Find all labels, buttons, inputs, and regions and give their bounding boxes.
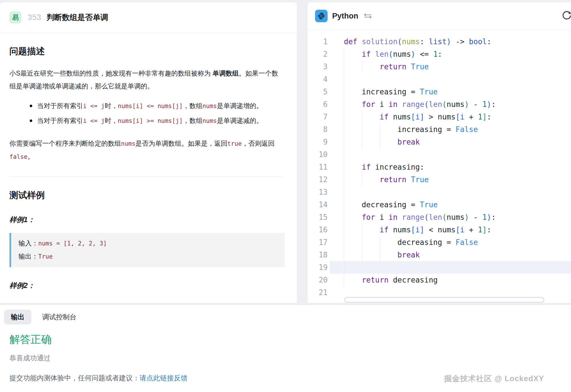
inline-code: nums[i] <= nums[j] <box>118 103 183 109</box>
refresh-code-icon[interactable] <box>561 10 571 22</box>
code-line[interactable]: 13 <box>308 186 571 198</box>
text-run: 是单调递增的。 <box>217 102 263 109</box>
line-number: 11 <box>308 163 328 171</box>
sample2-label: 样例2： <box>9 281 285 290</box>
line-number: 3 <box>308 62 328 71</box>
code-line[interactable]: 12 return True <box>308 173 571 186</box>
code-token <box>406 175 411 184</box>
text-run: 输出： <box>19 253 38 260</box>
code-token: ) <box>465 213 469 222</box>
code-token: : <box>420 37 429 46</box>
question-number: 353 <box>28 13 41 22</box>
tab-debug-console[interactable]: 调试控制台 <box>35 310 83 324</box>
code-token: increasing: <box>371 163 424 171</box>
code-token: len <box>429 100 442 109</box>
code-line[interactable]: 4 <box>308 73 571 86</box>
code-line-text: break <box>344 138 420 146</box>
text-run: ，否则返回 <box>242 140 275 147</box>
language-selector[interactable]: Python <box>332 12 358 21</box>
code-token: if <box>362 50 371 58</box>
output-panel: 输出 调试控制台 解答正确 恭喜成功通过 提交功能内测体验中，任何问题或者建议：… <box>0 305 571 392</box>
code-line[interactable]: 2 if len(nums) <= 1: <box>308 48 571 60</box>
code-line[interactable]: 6 for i in range(len(nums) - 1): <box>308 98 571 111</box>
code-token: return <box>362 276 389 284</box>
code-token: > nums <box>424 113 456 121</box>
watermark: 掘金技术社区 @ LockedXY <box>444 373 544 384</box>
code-line[interactable]: 18 break <box>308 249 571 261</box>
code-token: ] <box>482 113 487 121</box>
result-subtitle: 恭喜成功通过 <box>9 354 571 363</box>
code-token: : <box>491 213 496 222</box>
text-run: ，数组 <box>183 102 202 109</box>
code-line-text: decreasing = True <box>344 200 438 209</box>
code-token <box>344 138 398 146</box>
code-line-text: break <box>344 251 420 259</box>
code-line[interactable]: 14 decreasing = True <box>308 198 571 211</box>
code-token: ( <box>389 50 393 58</box>
code-token: <= <box>415 50 433 58</box>
code-token <box>344 276 362 284</box>
horizontal-scrollbar[interactable] <box>344 297 544 302</box>
code-line[interactable]: 10 <box>308 148 571 161</box>
code-line-text: return True <box>344 175 429 184</box>
code-token: nums <box>447 213 465 222</box>
text-run: 小S最近在研究一些数组的性质，她发现有一种非常有趣的数组被称为 <box>9 70 213 77</box>
code-token: ] <box>482 226 487 234</box>
problem-header: 易 353 判断数组是否单调 <box>0 2 297 33</box>
difficulty-badge: 易 <box>9 11 21 23</box>
code-line[interactable]: 3 return True <box>308 60 571 73</box>
code-token: : <box>487 226 491 234</box>
code-token: increasing = <box>344 125 455 134</box>
line-number: 20 <box>308 276 328 284</box>
inline-code: i <= j <box>83 103 105 109</box>
feedback-link[interactable]: 请点此链接反馈 <box>140 374 187 382</box>
line-number: 17 <box>308 238 328 247</box>
inline-code: i <= j <box>83 117 105 124</box>
code-line[interactable]: 19 <box>308 261 571 274</box>
code-line[interactable]: 8 increasing = False <box>308 123 571 136</box>
code-line-text: increasing = True <box>344 88 438 96</box>
code-token: ) <box>487 213 491 222</box>
code-token: [i <box>455 226 464 234</box>
line-number: 5 <box>308 88 328 96</box>
code-line-text: return True <box>344 62 429 71</box>
code-token: : <box>487 113 491 121</box>
code-line[interactable]: 5 increasing = True <box>308 86 571 98</box>
swap-language-icon[interactable] <box>364 12 372 20</box>
code-line[interactable]: 11 if increasing: <box>308 161 571 173</box>
code-token: True <box>420 88 438 96</box>
code-token: for <box>362 213 375 222</box>
inline-code: false <box>9 153 27 160</box>
text-run: 当对于所有索引 <box>37 102 83 109</box>
code-line[interactable]: 20 return decreasing <box>308 274 571 286</box>
code-token: 1 <box>478 113 483 121</box>
code-token: bool <box>469 37 487 46</box>
code-line[interactable]: 1def solution(nums: list) -> bool: <box>308 35 571 48</box>
python-logo-icon <box>315 10 328 22</box>
code-token: solution <box>362 37 398 46</box>
sample1-box: 输入：nums = [1, 2, 2, 3]输出：True <box>9 233 285 267</box>
code-token: nums <box>393 50 411 58</box>
bullet-item: 当对于所有索引i <= j时，nums[i] >= nums[j]，数组nums… <box>37 114 285 127</box>
code-token: i <box>375 100 389 109</box>
code-line[interactable]: 16 if nums[i] < nums[i + 1]: <box>308 224 571 236</box>
code-token: ( <box>398 37 402 46</box>
line-number: 12 <box>308 175 328 184</box>
active-line-highlight <box>330 261 571 274</box>
code-line[interactable]: 17 decreasing = False <box>308 236 571 249</box>
question-title: 判断数组是否单调 <box>47 12 108 23</box>
code-token <box>398 213 402 222</box>
code-line[interactable]: 7 if nums[i] > nums[i + 1]: <box>308 111 571 123</box>
text-run: 时， <box>105 102 118 109</box>
code-editor[interactable]: 1def solution(nums: list) -> bool:2 if l… <box>308 30 571 299</box>
code-line[interactable]: 15 for i in range(len(nums) - 1): <box>308 211 571 224</box>
code-token: nums <box>402 37 420 46</box>
line-number: 15 <box>308 213 328 222</box>
tab-output[interactable]: 输出 <box>4 310 31 324</box>
code-token: [i] <box>411 226 424 234</box>
condition-list: 当对于所有索引i <= j时，nums[i] <= nums[j]，数组nums… <box>9 99 285 127</box>
code-line[interactable]: 9 break <box>308 136 571 148</box>
code-token: in <box>389 213 398 222</box>
line-number: 6 <box>308 100 328 109</box>
code-token: if <box>380 226 388 234</box>
